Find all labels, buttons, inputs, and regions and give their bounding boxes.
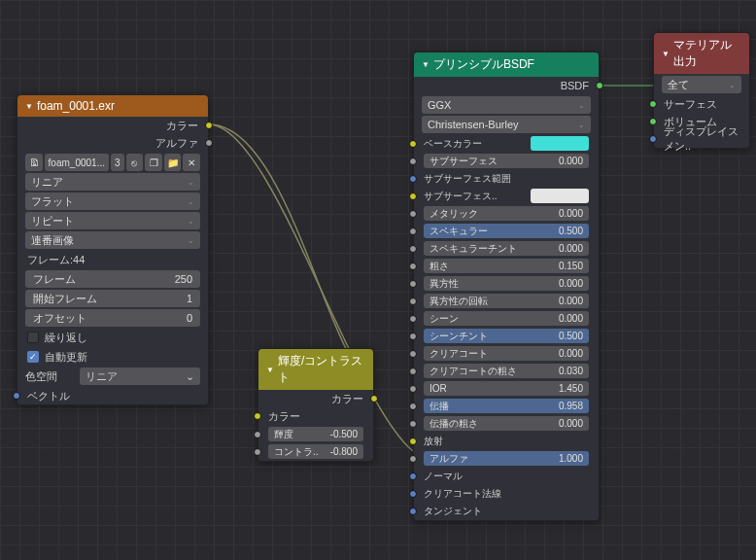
socket-icon[interactable]: [254, 431, 261, 438]
contrast-field[interactable]: コントラ..-0.800: [258, 443, 373, 460]
unlink-icon[interactable]: ⎋: [126, 154, 144, 171]
input-socket-vector[interactable]: ベクトル: [17, 387, 208, 404]
remove-icon[interactable]: ✕: [183, 154, 200, 171]
specular-input[interactable]: スペキュラー0.500: [414, 223, 599, 239]
socket-icon[interactable]: [409, 140, 417, 148]
base-color-swatch[interactable]: [531, 136, 589, 151]
socket-icon[interactable]: [649, 135, 657, 143]
frames-field[interactable]: フレーム250: [25, 270, 200, 288]
output-socket-alpha[interactable]: アルファ: [17, 134, 208, 152]
node-header[interactable]: ▼ 輝度/コントラスト: [258, 349, 373, 390]
ior-input[interactable]: IOR1.450: [414, 380, 599, 397]
trans-rough-input[interactable]: 伝播の粗さ0.000: [414, 415, 599, 432]
socket-icon[interactable]: [254, 412, 261, 420]
image-icon[interactable]: 🖻: [25, 154, 43, 171]
transmission-input[interactable]: 伝播0.958: [414, 398, 599, 414]
socket-icon[interactable]: [13, 392, 20, 400]
collapse-icon: ▼: [266, 366, 274, 374]
interp-select[interactable]: リニア⌄: [25, 173, 200, 191]
emission-input[interactable]: 放射: [414, 433, 599, 449]
offset-field[interactable]: オフセット0: [25, 309, 200, 327]
node-title: プリンシプルBSDF: [433, 56, 534, 73]
file-browser-row: 🖻 foam_0001... 3 ⎋ ❐ 📁 ✕: [25, 154, 200, 171]
spec-tint-input[interactable]: スペキュラーチント0.000: [414, 240, 599, 257]
target-select[interactable]: 全て⌄: [662, 76, 741, 93]
output-socket-bsdf[interactable]: BSDF: [414, 77, 599, 94]
base-color-input[interactable]: ベースカラー: [414, 135, 599, 152]
node-header[interactable]: ▼ プリンシプルBSDF: [414, 52, 599, 77]
node-material-output[interactable]: ▼ マテリアル出力 全て⌄ サーフェス ボリューム ディスプレイスメン..: [653, 32, 750, 149]
sheen-input[interactable]: シーン0.000: [414, 310, 599, 327]
socket-icon[interactable]: [205, 122, 213, 129]
extension-select[interactable]: リピート⌄: [25, 212, 200, 229]
node-header[interactable]: ▼ foam_0001.exr: [17, 95, 208, 117]
collapse-icon: ▼: [662, 50, 670, 58]
node-title: foam_0001.exr: [37, 99, 115, 113]
bright-field[interactable]: 輝度-0.500: [258, 426, 373, 442]
alpha-input[interactable]: アルファ1.000: [414, 450, 599, 467]
input-socket-color[interactable]: カラー: [258, 407, 373, 425]
cyclic-checkbox[interactable]: 繰り返し: [27, 329, 198, 346]
node-principled-bsdf[interactable]: ▼ プリンシプルBSDF BSDF GGX⌄ Christensen-Burle…: [413, 52, 600, 521]
output-socket-color[interactable]: カラー: [258, 390, 373, 407]
collapse-icon: ▼: [422, 60, 430, 69]
node-header[interactable]: ▼ マテリアル出力: [654, 33, 749, 74]
distribution-select[interactable]: GGX⌄: [422, 96, 591, 114]
socket-icon[interactable]: [649, 100, 657, 108]
clearcoat-rough-input[interactable]: クリアコートの粗さ0.030: [414, 363, 599, 379]
input-socket-surface[interactable]: サーフェス: [654, 95, 749, 113]
colorspace-select[interactable]: リニア⌄: [80, 368, 200, 385]
output-socket-color[interactable]: カラー: [17, 117, 208, 134]
open-icon[interactable]: 📁: [164, 154, 182, 171]
socket-icon[interactable]: [254, 448, 261, 456]
metallic-input[interactable]: メタリック0.000: [414, 205, 599, 222]
user-count[interactable]: 3: [111, 154, 124, 171]
node-bright-contrast[interactable]: ▼ 輝度/コントラスト カラー カラー 輝度-0.500 コントラ..-0.80…: [258, 348, 374, 462]
socket-icon[interactable]: [205, 139, 213, 147]
subsurface-input[interactable]: サブサーフェス0.000: [414, 153, 599, 169]
input-socket-displacement[interactable]: ディスプレイスメン..: [654, 130, 749, 148]
socket-icon[interactable]: [596, 82, 603, 89]
aniso-rot-input[interactable]: 異方性の回転0.000: [414, 293, 599, 309]
start-frame-field[interactable]: 開始フレーム1: [25, 290, 200, 307]
anisotropic-input[interactable]: 異方性0.000: [414, 275, 599, 292]
tangent-input[interactable]: タンジェント: [414, 503, 599, 519]
auto-refresh-checkbox[interactable]: ✓自動更新: [27, 348, 198, 366]
collapse-icon: ▼: [25, 102, 33, 111]
node-image-texture[interactable]: ▼ foam_0001.exr カラー アルファ 🖻 foam_0001... …: [17, 94, 209, 405]
duplicate-icon[interactable]: ❐: [145, 154, 162, 171]
clearcoat-input[interactable]: クリアコート0.000: [414, 345, 599, 362]
node-title: 輝度/コントラスト: [278, 353, 365, 386]
socket-icon[interactable]: [649, 118, 657, 125]
frame-info: フレーム:44: [27, 251, 198, 268]
node-title: マテリアル出力: [673, 37, 741, 70]
projection-select[interactable]: フラット⌄: [25, 192, 200, 210]
socket-icon[interactable]: [370, 395, 378, 402]
subsurf-color-input[interactable]: サブサーフェス..: [414, 188, 599, 204]
normal-input[interactable]: ノーマル: [414, 468, 599, 484]
source-select[interactable]: 連番画像⌄: [25, 231, 200, 249]
subsurf-radius-input[interactable]: サブサーフェス範囲: [414, 170, 599, 187]
sss-method-select[interactable]: Christensen-Burley⌄: [422, 116, 591, 133]
sheen-tint-input[interactable]: シーンチント0.500: [414, 328, 599, 344]
roughness-input[interactable]: 粗さ0.150: [414, 258, 599, 274]
file-name-field[interactable]: foam_0001...: [45, 154, 109, 171]
colorspace-row: 色空間 リニア⌄: [25, 368, 200, 385]
cc-normal-input[interactable]: クリアコート法線: [414, 485, 599, 502]
